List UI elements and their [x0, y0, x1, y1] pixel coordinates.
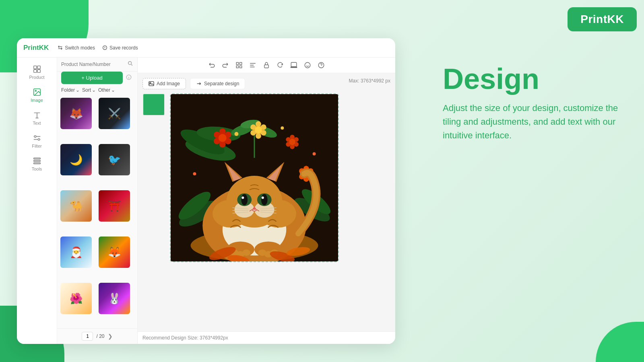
- sidebar-item-image[interactable]: Image: [17, 84, 57, 107]
- separate-design-label: Separate design: [204, 81, 239, 86]
- tools-icon: [33, 156, 41, 165]
- separate-design-button[interactable]: Separate design: [190, 78, 245, 89]
- app-body: Product Image Text: [17, 58, 395, 344]
- sort-chevron-icon: ⌄: [92, 87, 96, 93]
- list-item[interactable]: 🦊: [60, 98, 92, 129]
- folder-chevron-icon: ⌄: [76, 87, 80, 93]
- save-records-label: Save records: [109, 45, 138, 51]
- align-button[interactable]: [249, 62, 256, 69]
- text-icon: [33, 111, 41, 119]
- upload-label: + Upload: [81, 75, 102, 81]
- svg-point-63: [289, 139, 295, 145]
- info-icon[interactable]: [124, 72, 133, 84]
- svg-rect-9: [33, 158, 40, 159]
- sort-dropdown[interactable]: Sort ⌄: [82, 87, 96, 93]
- sidebar-tools-label: Tools: [32, 167, 42, 171]
- svg-point-45: [219, 141, 226, 148]
- max-size-label: Max: 3763*4992 px: [349, 78, 390, 84]
- canvas-toolbar: [138, 58, 395, 73]
- other-dropdown[interactable]: Other ⌄: [98, 87, 115, 93]
- svg-rect-11: [33, 163, 40, 164]
- thumbnail-preview: [142, 93, 165, 116]
- search-icon[interactable]: [128, 61, 133, 68]
- next-page-button[interactable]: ❯: [108, 333, 113, 339]
- list-item[interactable]: 🦊: [99, 237, 130, 268]
- title-bar-actions: Switch modes Save records: [58, 45, 138, 51]
- other-label: Other: [98, 87, 110, 93]
- filter-icon: [33, 134, 41, 142]
- help-button[interactable]: [318, 62, 325, 69]
- list-item[interactable]: 🌙: [60, 144, 92, 175]
- image-icon: [33, 88, 41, 97]
- folder-dropdown[interactable]: Folder ⌄: [61, 87, 80, 93]
- list-item[interactable]: ⚔️: [99, 98, 130, 129]
- grid-button[interactable]: [235, 62, 243, 69]
- title-bar: PrintKK Switch modes Save records: [17, 38, 395, 58]
- list-item[interactable]: 🌺: [60, 283, 92, 314]
- upload-button[interactable]: + Upload: [61, 72, 123, 84]
- svg-point-73: [313, 152, 316, 156]
- svg-point-72: [281, 126, 284, 130]
- svg-point-89: [261, 194, 268, 206]
- layers-button[interactable]: [290, 62, 297, 69]
- add-image-label: Add Image: [157, 81, 180, 86]
- svg-rect-20: [291, 67, 297, 68]
- svg-point-42: [219, 128, 226, 135]
- svg-rect-15: [240, 62, 242, 64]
- save-records-button[interactable]: Save records: [102, 45, 138, 51]
- svg-rect-17: [240, 66, 242, 68]
- sidebar-item-product[interactable]: Product: [17, 61, 57, 84]
- design-canvas[interactable]: [170, 93, 339, 262]
- logo-badge: PrintKK: [568, 7, 637, 31]
- sidebar-item-filter[interactable]: Filter: [17, 130, 57, 152]
- sidebar-item-text[interactable]: Text: [17, 107, 57, 130]
- lock-button[interactable]: [263, 62, 270, 69]
- refresh-button[interactable]: [277, 62, 284, 69]
- svg-rect-2: [37, 66, 40, 69]
- svg-point-48: [219, 134, 227, 142]
- list-item[interactable]: 🐦: [99, 144, 130, 175]
- svg-point-7: [34, 136, 36, 138]
- svg-rect-19: [291, 62, 297, 67]
- svg-point-50: [256, 121, 261, 127]
- undo-button[interactable]: [208, 62, 215, 69]
- svg-rect-1: [33, 66, 36, 69]
- folder-label: Folder: [61, 87, 75, 93]
- svg-point-105: [242, 249, 250, 256]
- svg-point-6: [35, 90, 36, 91]
- sidebar-product-label: Product: [29, 75, 45, 80]
- list-item[interactable]: 🐰: [99, 283, 130, 314]
- design-description: Adjust the size of your design, customiz…: [443, 101, 620, 142]
- sidebar: Product Image Text: [17, 58, 57, 344]
- separate-design-icon: [196, 81, 202, 86]
- sidebar-filter-label: Filter: [32, 144, 41, 148]
- sidebar-item-tools[interactable]: Tools: [17, 152, 57, 175]
- redo-button[interactable]: [222, 62, 229, 69]
- list-item[interactable]: 🎅: [60, 237, 92, 268]
- cat-illustration: [171, 94, 338, 261]
- panel-toolbar: Folder ⌄ Sort ⌄ Other ⌄: [57, 86, 137, 96]
- svg-point-90: [242, 197, 244, 199]
- canvas-workspace: [142, 93, 390, 262]
- recommend-size-label: Recommend Design Size: 3763*4992px: [142, 335, 228, 341]
- upload-row: + Upload: [57, 72, 137, 86]
- page-input[interactable]: [82, 332, 93, 341]
- svg-point-8: [38, 138, 40, 140]
- other-chevron-icon: ⌄: [111, 87, 115, 93]
- svg-point-91: [262, 197, 264, 199]
- list-item[interactable]: ⛩️: [99, 190, 130, 222]
- switch-modes-label: Switch modes: [65, 45, 95, 51]
- svg-point-21: [305, 62, 310, 68]
- svg-rect-18: [264, 65, 269, 68]
- switch-modes-button[interactable]: Switch modes: [58, 45, 95, 51]
- add-image-button[interactable]: Add Image: [142, 78, 186, 89]
- image-grid: 🦊 ⚔️ 🌙 🐦 🐪 ⛩️: [57, 96, 137, 328]
- list-item[interactable]: 🐪: [60, 190, 92, 222]
- svg-point-53: [256, 133, 261, 139]
- design-title: Design: [443, 64, 620, 93]
- canvas-content: Max: 3763*4992 px Add Image: [138, 73, 395, 331]
- search-input[interactable]: [61, 62, 125, 67]
- left-panel: + Upload Folder ⌄ Sort ⌄: [57, 58, 138, 344]
- panel-pagination: / 20 ❯: [57, 328, 137, 344]
- emoji-button[interactable]: [304, 62, 311, 69]
